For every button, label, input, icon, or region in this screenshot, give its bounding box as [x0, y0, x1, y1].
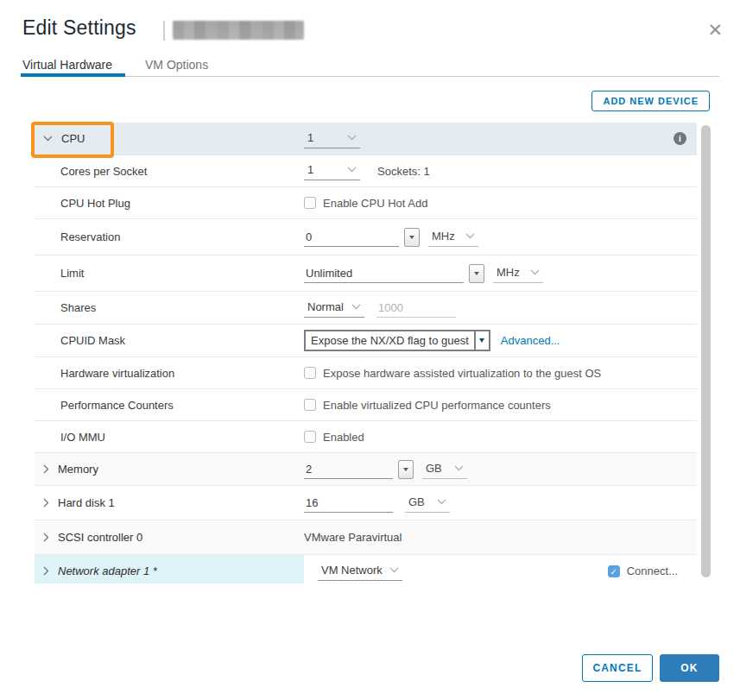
title-divider: [163, 21, 165, 41]
performance-counters-checkbox-label: Enable virtualized CPU performance count…: [323, 399, 551, 412]
hard-disk-size-input[interactable]: [304, 494, 393, 513]
row-hardware-virtualization: Hardware virtualization Expose hardware …: [35, 357, 697, 389]
performance-counters-label: Performance Counters: [35, 399, 304, 412]
memory-dropdown-button[interactable]: [398, 460, 414, 479]
info-icon[interactable]: i: [674, 132, 686, 145]
add-new-device-button[interactable]: ADD NEW DEVICE: [591, 91, 710, 111]
row-cpu-hot-plug: CPU Hot Plug Enable CPU Hot Add: [35, 187, 697, 219]
ok-button[interactable]: OK: [660, 654, 719, 682]
connect-checkbox-label: Connect...: [627, 564, 678, 577]
row-io-mmu: I/O MMU Enabled: [35, 421, 697, 453]
row-reservation: Reservation MHz: [35, 219, 697, 255]
scrollbar-thumb[interactable]: [701, 125, 711, 577]
active-tab-underline: [21, 73, 125, 77]
network-adapter-label: Network adapter 1 *: [58, 564, 157, 577]
connect-checkbox[interactable]: ✓: [608, 565, 620, 577]
memory-label: Memory: [58, 463, 98, 476]
row-memory[interactable]: Memory GB: [35, 453, 697, 486]
cpuid-mask-label: CPUID Mask: [35, 334, 304, 347]
limit-input[interactable]: [304, 264, 464, 283]
advanced-link[interactable]: Advanced...: [501, 334, 560, 347]
hardware-virtualization-checkbox-label: Expose hardware assisted virtualization …: [323, 367, 601, 380]
cores-per-socket-label: Cores per Socket: [35, 165, 304, 178]
memory-unit-select[interactable]: GB: [422, 460, 467, 479]
limit-label: Limit: [35, 267, 304, 280]
cpu-hot-add-checkbox[interactable]: [304, 197, 316, 209]
row-cpu[interactable]: CPU 1 i: [35, 123, 697, 155]
chevron-right-icon[interactable]: [43, 464, 49, 474]
row-hard-disk-1[interactable]: Hard disk 1 GB: [35, 486, 697, 520]
edit-settings-dialog: Edit Settings ✕ Virtual Hardware VM Opti…: [0, 0, 740, 700]
performance-counters-checkbox[interactable]: [304, 399, 316, 411]
row-cpuid-mask: CPUID Mask Expose the NX/XD flag to gues…: [35, 325, 697, 357]
tabs-baseline: [21, 76, 719, 77]
row-performance-counters: Performance Counters Enable virtualized …: [35, 389, 697, 421]
hard-disk-1-label: Hard disk 1: [58, 496, 115, 509]
chevron-right-icon[interactable]: [43, 566, 49, 576]
reservation-unit-select[interactable]: MHz: [428, 228, 478, 247]
scsi-controller-value: VMware Paravirtual: [304, 531, 402, 544]
row-limit: Limit MHz: [35, 255, 697, 292]
scsi-controller-label: SCSI controller 0: [58, 531, 142, 544]
cores-per-socket-select[interactable]: 1: [304, 161, 360, 180]
row-network-adapter-1[interactable]: Network adapter 1 * VM Network ✓ Connect…: [35, 555, 697, 583]
reservation-label: Reservation: [35, 230, 304, 243]
cpu-hot-plug-label: CPU Hot Plug: [35, 197, 304, 210]
cpuid-mask-select[interactable]: Expose the NX/XD flag to guest: [304, 330, 490, 351]
limit-unit-select[interactable]: MHz: [493, 264, 543, 283]
limit-dropdown-button[interactable]: [469, 264, 484, 283]
hard-disk-unit-select[interactable]: GB: [405, 494, 450, 513]
io-mmu-label: I/O MMU: [35, 431, 304, 444]
shares-label: Shares: [35, 301, 304, 314]
select-arrow-icon[interactable]: [474, 331, 489, 350]
reservation-dropdown-button[interactable]: [404, 228, 420, 247]
virtual-hardware-grid: CPU 1 i Cores per Socket 1 Sockets: 1: [35, 123, 697, 583]
io-mmu-checkbox-label: Enabled: [323, 431, 364, 444]
cpu-label: CPU: [61, 132, 85, 145]
shares-select[interactable]: Normal: [304, 299, 364, 318]
chevron-down-icon[interactable]: [43, 136, 53, 142]
memory-input[interactable]: [304, 460, 393, 479]
row-scsi-controller-0[interactable]: SCSI controller 0 VMware Paravirtual: [35, 520, 697, 555]
row-shares: Shares Normal: [35, 292, 697, 325]
row-cores-per-socket: Cores per Socket 1 Sockets: 1: [35, 155, 697, 187]
shares-value-input: [376, 299, 456, 318]
cpu-hot-add-checkbox-label: Enable CPU Hot Add: [323, 197, 427, 210]
cpu-count-select[interactable]: 1: [304, 129, 360, 148]
io-mmu-checkbox[interactable]: [304, 431, 316, 443]
close-icon[interactable]: ✕: [707, 21, 723, 39]
chevron-right-icon[interactable]: [43, 533, 49, 542]
hardware-virtualization-label: Hardware virtualization: [35, 367, 304, 380]
sockets-count-text: Sockets: 1: [377, 165, 430, 178]
reservation-input[interactable]: [304, 228, 399, 247]
vm-name-redacted: [173, 21, 304, 40]
network-select[interactable]: VM Network: [318, 562, 402, 581]
hardware-virtualization-checkbox[interactable]: [304, 367, 316, 379]
cancel-button[interactable]: CANCEL: [582, 654, 653, 682]
page-title: Edit Settings: [22, 16, 136, 40]
chevron-right-icon[interactable]: [43, 498, 49, 508]
